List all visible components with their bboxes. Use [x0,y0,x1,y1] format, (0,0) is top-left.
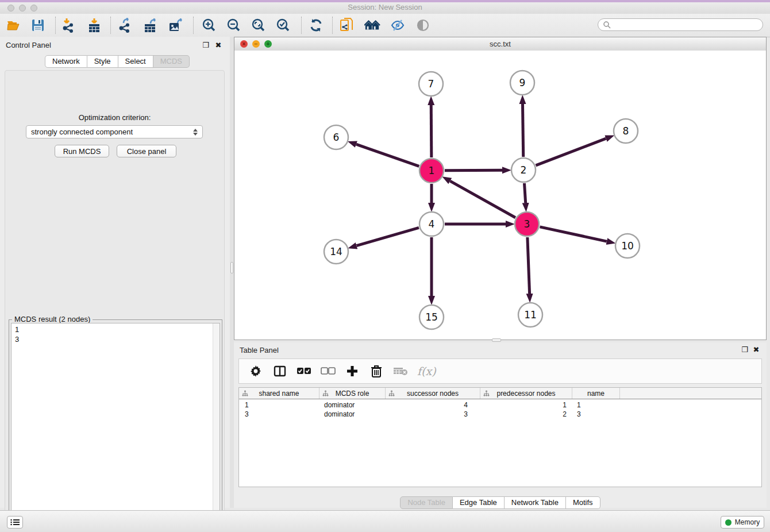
cell-mcds-role[interactable]: dominator [319,410,386,419]
show-all-icon[interactable] [415,17,431,33]
tab-node-table[interactable]: Node Table [400,496,453,509]
show-panels-list-button[interactable] [7,516,23,529]
toolbar-separator [301,17,302,34]
graph-edge-2-9[interactable] [522,104,523,157]
graph-edge-2-8[interactable] [536,138,606,165]
column-type-icon [483,390,490,396]
column-header-shared-name[interactable]: shared name [239,388,319,399]
export-image-icon[interactable] [168,17,184,33]
column-header-mcds-role[interactable]: MCDS role [319,388,386,399]
table-row[interactable]: 1 dominator 4 1 1 [239,400,761,410]
zoom-in-icon[interactable] [201,17,217,33]
new-network-from-selection-icon[interactable] [339,17,355,33]
cell-mcds-role[interactable]: dominator [319,400,386,410]
cell-predecessor-nodes[interactable]: 1 [480,400,572,410]
import-table-icon[interactable] [86,17,102,33]
first-neighbors-icon[interactable] [364,17,380,33]
toolbar-separator [193,17,194,34]
cell-shared-name[interactable]: 3 [239,410,319,419]
memory-button[interactable]: Memory [721,516,764,529]
delete-icon[interactable] [369,364,384,379]
tab-motifs[interactable]: Motifs [566,496,600,509]
search-input[interactable] [611,20,763,29]
export-network-icon[interactable] [117,17,133,33]
float-panel-icon[interactable]: ❒ [201,40,210,49]
float-table-panel-icon[interactable]: ❒ [740,345,749,354]
delete-table-icon[interactable] [393,364,408,379]
column-type-icon [322,390,329,396]
vertical-splitter-handle[interactable] [230,262,233,273]
graph-node-label: 7 [428,78,434,90]
control-panel: Control Panel ❒ ✖ Network Style Select M… [0,37,230,508]
zoom-fit-icon[interactable] [250,17,266,33]
cell-name[interactable]: 3 [572,410,620,419]
tab-mcds[interactable]: MCDS [153,55,190,68]
network-graph: 1234678910111415 [234,51,766,340]
graph-edge-1-6[interactable] [356,144,419,166]
split-columns-icon[interactable] [272,364,287,379]
cell-predecessor-nodes[interactable]: 2 [480,410,572,419]
deselect-all-checkboxes-icon[interactable] [321,364,336,379]
open-session-icon[interactable] [6,17,22,33]
graph-edge-1-7[interactable] [431,105,432,157]
tab-select[interactable]: Select [118,55,153,68]
zoom-selected-icon[interactable] [275,17,291,33]
save-session-icon[interactable] [30,17,46,33]
close-panel-icon[interactable]: ✖ [214,40,223,49]
mcds-result-textarea[interactable]: 1 3 [11,323,220,532]
zoom-out-icon[interactable] [225,17,241,33]
horizontal-splitter-handle[interactable] [492,338,501,342]
graph-edge-1-2[interactable] [445,170,502,171]
close-panel-button[interactable]: Close panel [117,145,176,157]
search-field[interactable] [598,18,763,31]
control-panel-title: Control Panel [6,41,51,49]
optimization-criterion-select[interactable]: strongly connected component [26,125,203,138]
fx-label: f(x) [417,365,436,377]
cell-successor-nodes[interactable]: 3 [386,410,480,419]
graph-edge-3-1[interactable] [450,181,515,218]
cell-successor-nodes[interactable]: 4 [386,400,480,410]
application-window: Session: New Session [0,0,770,532]
cell-shared-name[interactable]: 1 [239,400,319,410]
export-table-icon[interactable] [143,17,159,33]
import-network-icon[interactable] [61,17,77,33]
close-table-panel-icon[interactable]: ✖ [752,345,761,354]
selected-criterion: strongly connected component [31,128,193,136]
table-toolbar: f(x) [238,358,762,384]
graph-node-label: 9 [519,77,526,88]
toolbar-separator [55,17,56,34]
refresh-view-icon[interactable] [308,17,324,33]
mcds-tab-content: Optimization criterion: strongly connect… [5,70,225,532]
tab-network[interactable]: Network [45,55,87,68]
column-header-predecessor-nodes[interactable]: predecessor nodes [480,388,572,399]
graph-edge-2-3[interactable] [524,183,525,203]
tab-style[interactable]: Style [87,55,118,68]
add-icon[interactable] [345,364,360,379]
column-type-icon [242,390,248,396]
titlebar-accent [0,0,770,2]
run-mcds-button[interactable]: Run MCDS [55,145,109,157]
network-canvas[interactable]: 1234678910111415 [234,51,766,340]
result-scrollbar[interactable] [213,323,220,531]
tab-network-table[interactable]: Network Table [505,496,566,509]
graph-edge-3-10[interactable] [540,227,606,241]
toolbar-separator [332,17,333,34]
cell-name[interactable]: 1 [572,400,620,410]
tab-edge-table[interactable]: Edge Table [453,496,505,509]
table-header-row: shared name MCDS role successor nodes pr… [239,388,761,399]
hide-selected-icon[interactable] [390,17,406,33]
mcds-result-group: MCDS result (2 nodes) 1 3 [9,319,222,532]
column-header-successor-nodes[interactable]: successor nodes [386,388,480,399]
list-icon [10,519,20,526]
column-header-name[interactable]: name [572,388,620,399]
gear-icon[interactable] [248,364,263,379]
select-all-checkboxes-icon[interactable] [297,364,311,379]
table-row[interactable]: 3 dominator 3 2 3 [239,410,761,419]
graph-node-label: 11 [524,309,537,321]
graph-edge-3-11[interactable] [528,237,530,294]
graph-node-label: 8 [623,125,629,137]
window-titlebar: Session: New Session [0,0,770,14]
vertical-splitter [230,37,234,508]
function-builder-icon[interactable]: f(x) [417,364,436,379]
graph-edge-4-14[interactable] [357,228,419,245]
